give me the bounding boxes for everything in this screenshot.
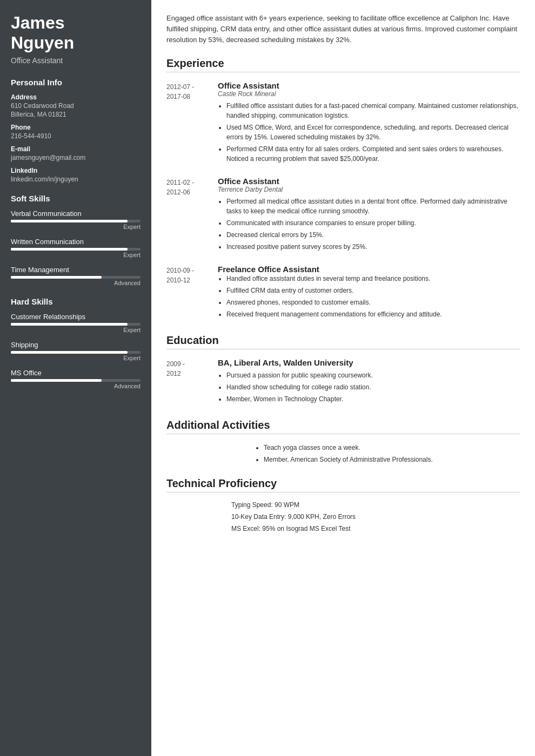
experience-bullet: Fulfilled office assistant duties for a … [226, 101, 520, 120]
skill-level: Advanced [11, 383, 141, 389]
exp-company: Terrence Darby Dental [218, 186, 520, 193]
activities-list: Teach yoga classes once a week.Member, A… [166, 443, 520, 464]
soft-skill-item: Time Management Advanced [11, 266, 141, 286]
soft-skill-item: Verbal Communication Expert [11, 210, 141, 230]
skill-bar-fill [11, 248, 128, 251]
summary: Engaged office assistant with 6+ years e… [166, 13, 520, 45]
soft-skill-item: Written Communication Expert [11, 238, 141, 258]
activity-item: Teach yoga classes once a week. [264, 443, 520, 453]
edu-degree: BA, Liberal Arts, Walden University [218, 358, 520, 367]
hard-skill-item: Customer Relationships Expert [11, 313, 141, 333]
edu-dates: 2009 -2012 [166, 358, 218, 406]
soft-skills-list: Verbal Communication Expert Written Comm… [11, 210, 141, 286]
skill-bar-fill [11, 379, 102, 382]
exp-dates: 2012-07 -2017-08 [166, 81, 218, 166]
skill-name: Time Management [11, 266, 141, 274]
tech-item: 10-Key Data Entry: 9,000 KPH, Zero Error… [231, 513, 520, 521]
activities-section: Additional Activities Teach yoga classes… [166, 419, 520, 464]
skill-level: Expert [11, 327, 141, 333]
exp-bullets: Performed all medical office assistant d… [218, 197, 520, 252]
skill-name: Customer Relationships [11, 313, 141, 321]
experience-bullet: Increased positive patient survey scores… [226, 242, 520, 252]
skill-bar-bg [11, 323, 141, 326]
exp-content: Freelance Office Assistant Handled offic… [218, 265, 520, 321]
experience-entry: 2010-09 -2010-12 Freelance Office Assist… [166, 265, 520, 321]
candidate-title: Office Assistant [11, 56, 141, 65]
education-heading: Education [166, 334, 520, 349]
hard-skills-heading: Hard Skills [11, 297, 141, 306]
experience-bullet: Performed CRM data entry for all sales o… [226, 144, 520, 164]
experience-bullet: Handled office assistant duties in sever… [226, 274, 520, 284]
hard-skill-item: MS Office Advanced [11, 369, 141, 389]
address-line2: Billerica, MA 01821 [11, 111, 141, 118]
soft-skills-heading: Soft Skills [11, 194, 141, 203]
experience-entry: 2011-02 -2012-06 Office Assistant Terren… [166, 177, 520, 254]
exp-content: Office Assistant Castle Rock Mineral Ful… [218, 81, 520, 166]
skill-bar-bg [11, 379, 141, 382]
activities-heading: Additional Activities [166, 419, 520, 434]
exp-job-title: Freelance Office Assistant [218, 265, 520, 274]
skill-bar-bg [11, 351, 141, 354]
experience-bullet: Received frequent management commendatio… [226, 309, 520, 319]
candidate-name: James Nguyen [11, 13, 141, 53]
education-entry: 2009 -2012 BA, Liberal Arts, Walden Univ… [166, 358, 520, 406]
skill-name: Written Communication [11, 238, 141, 246]
exp-job-title: Office Assistant [218, 81, 520, 90]
experience-entry: 2012-07 -2017-08 Office Assistant Castle… [166, 81, 520, 166]
exp-dates: 2011-02 -2012-06 [166, 177, 218, 254]
tech-heading: Technical Proficiency [166, 477, 520, 492]
activity-item: Member, American Society of Administrati… [264, 455, 520, 464]
sidebar: James Nguyen Office Assistant Personal I… [0, 0, 151, 756]
tech-item: MS Excel: 95% on Isograd MS Excel Test [231, 525, 520, 532]
skill-bar-fill [11, 351, 128, 354]
hard-skills-list: Customer Relationships Expert Shipping E… [11, 313, 141, 389]
exp-content: Office Assistant Terrence Darby Dental P… [218, 177, 520, 254]
email-value: jamesnguyen@gmail.com [11, 154, 141, 161]
skill-name: Shipping [11, 341, 141, 349]
exp-bullets: Handled office assistant duties in sever… [218, 274, 520, 319]
experience-bullet: Performed all medical office assistant d… [226, 197, 520, 216]
skill-name: MS Office [11, 369, 141, 377]
education-bullet: Handled show scheduling for college radi… [226, 382, 520, 392]
experience-bullet: Fulfilled CRM data entry of customer ord… [226, 286, 520, 295]
skill-level: Expert [11, 252, 141, 258]
exp-dates: 2010-09 -2010-12 [166, 265, 218, 321]
phone-value: 216-544-4910 [11, 132, 141, 140]
skill-bar-fill [11, 276, 102, 279]
tech-item: Typing Speed: 90 WPM [231, 501, 520, 509]
main-content: Engaged office assistant with 6+ years e… [151, 0, 535, 756]
education-bullet: Member, Women in Technology Chapter. [226, 394, 520, 404]
phone-label: Phone [11, 124, 141, 131]
skill-level: Advanced [11, 280, 141, 286]
exp-job-title: Office Assistant [218, 177, 520, 186]
hard-skill-item: Shipping Expert [11, 341, 141, 361]
edu-bullets: Pursued a passion for public speaking co… [218, 370, 520, 404]
experience-heading: Experience [166, 57, 520, 72]
skill-bar-bg [11, 220, 141, 222]
experience-bullet: Used MS Office, Word, and Excel for corr… [226, 123, 520, 142]
skill-bar-bg [11, 248, 141, 251]
linkedin-label: LinkedIn [11, 167, 141, 174]
skill-bar-fill [11, 323, 128, 326]
experience-section: Experience 2012-07 -2017-08 Office Assis… [166, 57, 520, 321]
skill-bar-fill [11, 220, 128, 222]
exp-company: Castle Rock Mineral [218, 90, 520, 98]
edu-content: BA, Liberal Arts, Walden University Purs… [218, 358, 520, 406]
skill-level: Expert [11, 355, 141, 361]
skill-level: Expert [11, 224, 141, 230]
address-label: Address [11, 93, 141, 101]
linkedin-value: linkedin.com/in/jnguyen [11, 176, 141, 183]
tech-section: Technical Proficiency Typing Speed: 90 W… [166, 477, 520, 532]
experience-bullet: Decreased clerical errors by 15%. [226, 230, 520, 240]
experience-list: 2012-07 -2017-08 Office Assistant Castle… [166, 81, 520, 321]
exp-bullets: Fulfilled office assistant duties for a … [218, 101, 520, 164]
personal-info-heading: Personal Info [11, 78, 141, 87]
address-line1: 610 Cedarwood Road [11, 102, 141, 110]
skill-name: Verbal Communication [11, 210, 141, 218]
education-list: 2009 -2012 BA, Liberal Arts, Walden Univ… [166, 358, 520, 406]
experience-bullet: Communicated with insurance companies to… [226, 218, 520, 228]
experience-bullet: Answered phones, responded to customer e… [226, 298, 520, 307]
tech-list: Typing Speed: 90 WPM10-Key Data Entry: 9… [166, 501, 520, 532]
education-bullet: Pursued a passion for public speaking co… [226, 370, 520, 380]
email-label: E-mail [11, 145, 141, 153]
